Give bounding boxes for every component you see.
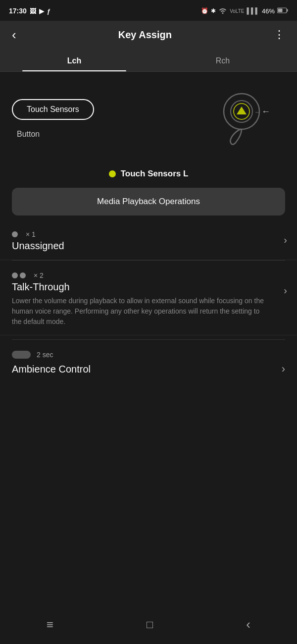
- status-time: 17:30: [9, 7, 27, 15]
- facebook-icon: ƒ: [47, 7, 50, 15]
- gallery-icon: 🖼: [30, 7, 36, 15]
- item-desc-2: Lower the volume during playback to allo…: [12, 296, 285, 327]
- tab-rch[interactable]: Rch: [148, 49, 297, 71]
- app-bar: ‹ Key Assign ⋮: [0, 21, 297, 49]
- list-item-1-header: × 1: [12, 230, 285, 238]
- earphone-image: ←: [206, 86, 285, 152]
- list-item-x2[interactable]: × 2 Talk-Through Lower the volume during…: [0, 261, 297, 335]
- nav-menu-button[interactable]: ≡: [43, 614, 57, 636]
- chevron-right-icon-2: ›: [284, 285, 287, 296]
- more-icon: ⋮: [274, 28, 285, 41]
- nav-menu-icon: ≡: [47, 618, 53, 632]
- chevron-right-icon-1: ›: [284, 234, 287, 245]
- more-options-button[interactable]: ⋮: [270, 24, 289, 45]
- wifi-icon: [218, 7, 227, 15]
- bluetooth-icon: ✱: [211, 7, 216, 14]
- tabs-container: Lch Rch: [0, 49, 297, 72]
- hold-time-label: 2 sec: [37, 351, 53, 359]
- list-item-2-header: × 2: [12, 271, 285, 279]
- tab-lch[interactable]: Lch: [0, 49, 148, 71]
- nav-home-icon: □: [147, 618, 153, 631]
- tap-count-1: × 1: [26, 230, 36, 238]
- item-title-1: Unassigned: [12, 240, 64, 251]
- alarm-icon: ⏰: [201, 7, 208, 14]
- youtube-icon: ▶: [39, 7, 44, 15]
- hold-indicator: [12, 351, 31, 359]
- tap-count-2: × 2: [34, 271, 44, 279]
- list-item-x1[interactable]: × 1 Unassigned ›: [0, 219, 297, 260]
- sensor-label-row: Touch Sensors L: [0, 164, 297, 188]
- nav-bar: ≡ □ ‹: [0, 607, 297, 644]
- tap-dot-1: [12, 231, 18, 237]
- battery-percent: 46%: [262, 7, 275, 15]
- touch-sensors-button[interactable]: Touch Sensors: [12, 99, 94, 120]
- item-title-2: Talk-Through: [12, 281, 70, 292]
- page-title: Key Assign: [118, 29, 172, 41]
- battery-icon: [277, 7, 288, 15]
- earphone-controls: Touch Sensors Button: [12, 99, 94, 139]
- tap-indicators-2: [12, 272, 26, 278]
- back-button[interactable]: ‹: [8, 23, 20, 47]
- svg-rect-1: [287, 9, 288, 11]
- content-area: Touch Sensors Button ←: [0, 72, 297, 385]
- hold-row: 2 sec: [0, 340, 297, 363]
- tap-dot-2b: [20, 272, 26, 278]
- tap-dot-2a: [12, 272, 18, 278]
- nav-back-button[interactable]: ‹: [242, 613, 254, 636]
- status-left: 17:30 🖼 ▶ ƒ: [9, 7, 50, 15]
- sensor-indicator-dot: [109, 170, 116, 177]
- svg-marker-6: [237, 107, 247, 114]
- svg-text:←: ←: [261, 107, 270, 116]
- sensor-name: Touch Sensors L: [121, 169, 189, 179]
- back-icon: ‹: [12, 27, 16, 43]
- nav-home-button[interactable]: □: [143, 614, 157, 635]
- media-playback-button[interactable]: Media Playback Operations: [12, 188, 285, 215]
- chevron-right-icon-3: ›: [282, 363, 285, 376]
- svg-rect-2: [278, 8, 283, 12]
- status-bar: 17:30 🖼 ▶ ƒ ⏰ ✱ VoLTE ▌▌▌ 46%: [0, 0, 297, 21]
- signal-icon: ▌▌▌: [247, 7, 259, 14]
- nav-back-icon: ‹: [246, 617, 250, 632]
- status-right: ⏰ ✱ VoLTE ▌▌▌ 46%: [201, 7, 288, 15]
- tap-indicators-1: [12, 231, 18, 237]
- lte-icon: VoLTE: [230, 8, 244, 14]
- earphone-section: Touch Sensors Button ←: [0, 72, 297, 164]
- ambience-title: Ambience Control: [12, 364, 91, 375]
- button-label: Button: [12, 130, 94, 139]
